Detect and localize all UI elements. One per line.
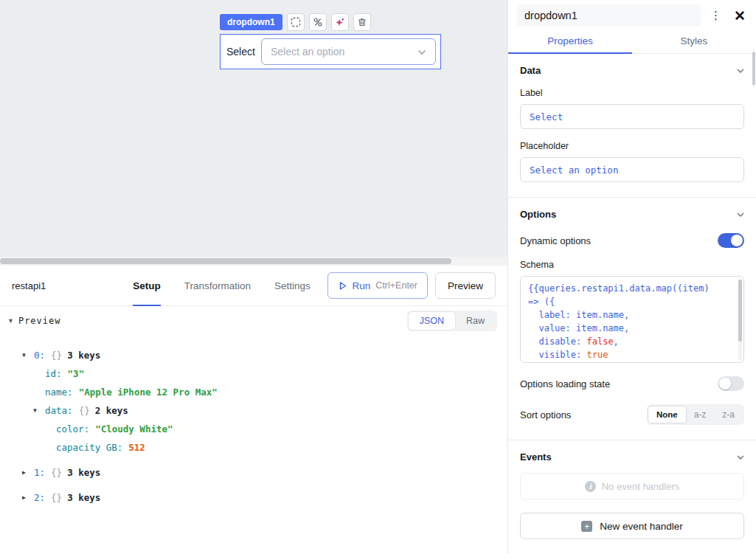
inspector-tabs: Properties Styles — [508, 31, 756, 54]
events-section-title: Events — [520, 451, 552, 463]
tree-key: id: — [45, 368, 62, 379]
tree-key-count: 3 keys — [67, 350, 100, 361]
events-section-header[interactable]: Events — [520, 451, 744, 463]
code-line: disable: false, — [528, 335, 733, 348]
json-tree-row[interactable]: ▶2:{}3 keys — [12, 488, 496, 507]
object-brace-icon: {} — [51, 492, 62, 503]
tree-toggle-icon[interactable]: ▼ — [33, 407, 45, 414]
chevron-down-icon — [417, 46, 426, 58]
query-actions: Run Ctrl+Enter Preview — [327, 272, 496, 299]
inspector-panel: dropdown1 ⋮ ✕ Properties Styles Data Lab… — [507, 0, 756, 554]
mode-json[interactable]: JSON — [409, 312, 455, 330]
placeholder-input[interactable]: Select an option — [520, 157, 744, 182]
tree-value: "Apple iPhone 12 Pro Max" — [79, 387, 218, 398]
tree-value: "Cloudy White" — [95, 423, 173, 434]
close-icon[interactable]: ✕ — [731, 7, 749, 24]
inspector-header: dropdown1 ⋮ ✕ — [508, 0, 756, 31]
sort-none-option[interactable]: None — [648, 406, 686, 423]
dynamic-options-toggle[interactable] — [718, 233, 744, 248]
ai-sparkle-icon — [335, 17, 345, 27]
object-brace-icon: {} — [51, 350, 62, 361]
widget-name-input[interactable]: dropdown1 — [517, 4, 701, 27]
label-input[interactable]: Select — [520, 104, 744, 129]
dropdown-widget-select[interactable]: Select an option — [261, 38, 436, 65]
data-section: Data Label Select Placeholder Select an … — [508, 54, 756, 197]
json-tree-row[interactable]: ▶1:{}3 keys — [12, 463, 496, 482]
run-shortcut: Ctrl+Enter — [375, 280, 417, 291]
tree-toggle-icon[interactable]: ▶ — [22, 469, 34, 476]
app-window: dropdown1 Select Select an option — [0, 0, 756, 554]
run-label: Run — [353, 280, 371, 291]
cut-icon — [313, 17, 323, 27]
preview-section-bar: ▼ Preview JSON Raw — [0, 306, 507, 336]
sort-az-option[interactable]: a-z — [686, 406, 715, 423]
json-tree: ▼0:{}3 keysid:"3"name:"Apple iPhone 12 P… — [0, 336, 507, 507]
events-section: Events i No event handlers + New event h… — [508, 440, 756, 554]
dropdown-widget-label: Select — [226, 46, 255, 58]
tab-transformation[interactable]: Transformation — [184, 266, 251, 305]
object-brace-icon: {} — [79, 405, 90, 416]
query-panel: restapi1 Setup Transformation Settings R… — [0, 266, 507, 554]
trash-icon — [357, 17, 367, 27]
options-loading-toggle[interactable] — [718, 376, 744, 391]
code-scrollbar-thumb[interactable] — [738, 280, 742, 342]
delete-widget-button[interactable] — [353, 13, 371, 31]
tab-setup[interactable]: Setup — [133, 266, 161, 305]
new-event-handler-button[interactable]: + New event handler — [520, 513, 744, 539]
play-icon — [338, 281, 347, 291]
run-query-button[interactable]: Run Ctrl+Enter — [327, 272, 428, 299]
code-line: value: item.name, — [528, 322, 733, 335]
dropdown-widget[interactable]: Select Select an option — [220, 34, 441, 69]
select-parent-button[interactable] — [287, 13, 305, 31]
options-section-header[interactable]: Options — [520, 209, 744, 220]
plus-icon: + — [581, 521, 592, 532]
tab-properties[interactable]: Properties — [508, 31, 632, 53]
preview-mode-toggle: JSON Raw — [407, 311, 497, 331]
info-icon: i — [585, 481, 596, 492]
cut-widget-button[interactable] — [309, 13, 327, 31]
schema-code-content: {{queries.restapi1.data.map((item)=> ({ … — [528, 282, 733, 361]
widget-name-badge[interactable]: dropdown1 — [220, 14, 282, 30]
ai-assistant-button[interactable] — [331, 13, 349, 31]
preview-query-button[interactable]: Preview — [435, 272, 496, 299]
chevron-down-icon[interactable] — [737, 212, 744, 217]
dropdown-placeholder-text: Select an option — [271, 46, 344, 58]
scrollbar-thumb[interactable] — [0, 258, 451, 264]
placeholder-caption: Placeholder — [520, 141, 744, 151]
tab-settings[interactable]: Settings — [274, 266, 311, 305]
json-tree-row[interactable]: ▼data:{}2 keys — [12, 401, 496, 420]
mode-raw[interactable]: Raw — [455, 312, 496, 330]
query-name[interactable]: restapi1 — [12, 280, 46, 291]
chevron-down-icon[interactable] — [737, 69, 744, 73]
tree-key: data: — [45, 405, 73, 416]
json-tree-row[interactable]: ▼0:{}3 keys — [12, 346, 496, 364]
sort-options-row: Sort options None a-z z-a — [520, 404, 744, 425]
new-event-handler-label: New event handler — [600, 521, 683, 532]
tree-toggle-icon[interactable]: ▶ — [22, 494, 34, 501]
options-loading-label: Options loading state — [520, 378, 610, 389]
data-section-header[interactable]: Data — [520, 65, 744, 76]
dynamic-options-label: Dynamic options — [520, 235, 591, 246]
chevron-down-icon[interactable] — [737, 455, 744, 460]
preview-section-title: Preview — [18, 316, 61, 326]
more-options-icon[interactable]: ⋮ — [708, 9, 724, 22]
dynamic-options-row: Dynamic options — [520, 233, 744, 248]
toggle-knob — [719, 378, 731, 389]
tree-toggle-icon[interactable]: ▼ — [22, 352, 34, 359]
code-line: => ({ — [528, 295, 733, 308]
options-loading-row: Options loading state — [520, 376, 744, 391]
schema-label: Schema — [520, 260, 744, 270]
schema-code-editor[interactable]: {{queries.restapi1.data.map((item)=> ({ … — [520, 276, 744, 363]
editor-canvas[interactable]: dropdown1 Select Select an option — [0, 0, 507, 257]
inspector-scrollbar[interactable] — [752, 52, 755, 86]
object-brace-icon: {} — [51, 467, 62, 478]
tab-styles[interactable]: Styles — [632, 31, 756, 53]
tree-key: 1: — [34, 467, 45, 478]
options-section: Options Dynamic options Schema {{queries… — [508, 198, 756, 440]
collapse-caret-icon[interactable]: ▼ — [7, 317, 14, 325]
query-tabs: Setup Transformation Settings — [133, 266, 311, 305]
canvas-horizontal-scrollbar[interactable] — [0, 257, 507, 266]
data-section-title: Data — [520, 65, 541, 76]
sort-za-option[interactable]: z-a — [714, 406, 743, 423]
tree-key-count: 3 keys — [67, 492, 100, 503]
